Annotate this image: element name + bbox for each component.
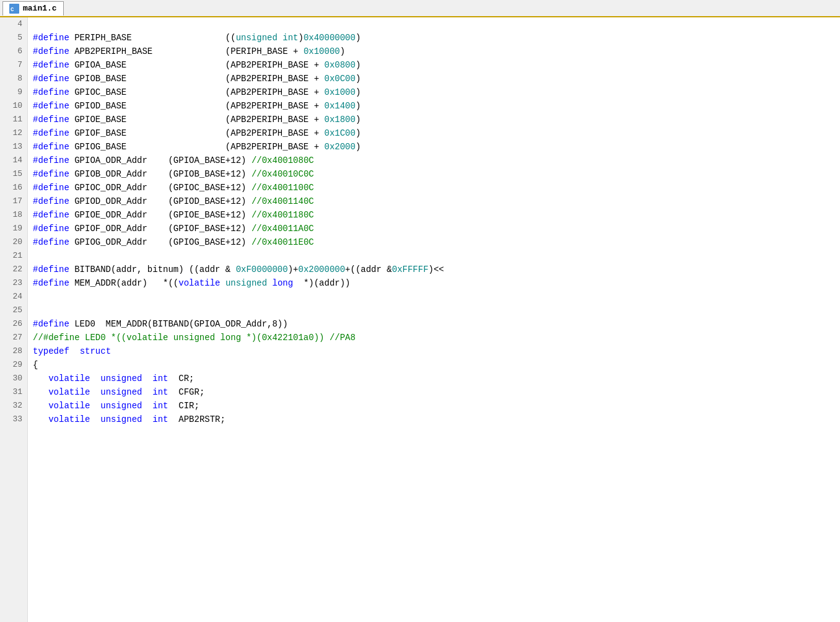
code-line: #define LED0 MEM_ADDR(BITBAND(GPIOA_ODR_… <box>33 317 835 331</box>
code-line: volatile unsigned int CIR; <box>33 399 835 413</box>
line-number: 5 <box>5 31 22 45</box>
line-number: 33 <box>5 413 22 426</box>
line-number: 19 <box>5 222 22 235</box>
code-line: #define GPIOB_BASE (APB2PERIPH_BASE + 0x… <box>33 72 835 85</box>
code-line: //#define LED0 *((volatile unsigned long… <box>33 331 835 344</box>
code-line: { <box>33 358 835 372</box>
line-number: 4 <box>5 17 22 31</box>
line-number: 30 <box>5 372 22 385</box>
line-number: 13 <box>5 140 22 154</box>
title-bar: C main1.c <box>0 0 840 17</box>
code-line: #define GPIOF_ODR_Addr (GPIOF_BASE+12) /… <box>33 222 835 235</box>
line-number: 9 <box>5 85 22 99</box>
code-line <box>33 304 835 317</box>
code-line: #define GPIOA_ODR_Addr (GPIOA_BASE+12) /… <box>33 154 835 167</box>
line-number: 28 <box>5 344 22 358</box>
code-line: #define PERIPH_BASE ((unsigned int)0x400… <box>33 31 835 45</box>
code-area[interactable]: #define PERIPH_BASE ((unsigned int)0x400… <box>28 17 840 622</box>
line-number: 16 <box>5 181 22 195</box>
code-line <box>33 249 835 263</box>
code-line: volatile unsigned int CFGR; <box>33 385 835 399</box>
code-container: 4567891011121314151617181920212223242526… <box>0 17 840 622</box>
code-line: #define GPIOC_ODR_Addr (GPIOC_BASE+12) /… <box>33 181 835 195</box>
code-line: #define GPIOG_BASE (APB2PERIPH_BASE + 0x… <box>33 140 835 154</box>
line-number: 21 <box>5 249 22 263</box>
line-number: 23 <box>5 276 22 290</box>
line-number: 31 <box>5 385 22 399</box>
line-number: 8 <box>5 72 22 85</box>
code-line: #define GPIOB_ODR_Addr (GPIOB_BASE+12) /… <box>33 167 835 181</box>
code-line: #define GPIOA_BASE (APB2PERIPH_BASE + 0x… <box>33 58 835 72</box>
line-number: 20 <box>5 235 22 249</box>
line-number: 17 <box>5 195 22 208</box>
svg-text:C: C <box>11 7 14 13</box>
line-number: 18 <box>5 208 22 222</box>
line-number: 22 <box>5 263 22 276</box>
code-line: #define GPIOC_BASE (APB2PERIPH_BASE + 0x… <box>33 85 835 99</box>
code-line: #define APB2PERIPH_BASE (PERIPH_BASE + 0… <box>33 45 835 58</box>
code-line <box>33 17 835 31</box>
line-number: 11 <box>5 113 22 126</box>
tab-label: main1.c <box>23 4 57 13</box>
code-line: #define BITBAND(addr, bitnum) ((addr & 0… <box>33 263 835 276</box>
line-number: 32 <box>5 399 22 413</box>
line-number: 6 <box>5 45 22 58</box>
code-line: #define GPIOF_BASE (APB2PERIPH_BASE + 0x… <box>33 126 835 140</box>
code-line: volatile unsigned int APB2RSTR; <box>33 413 835 426</box>
code-line: #define GPIOD_BASE (APB2PERIPH_BASE + 0x… <box>33 99 835 113</box>
line-number: 24 <box>5 290 22 304</box>
code-line: #define MEM_ADDR(addr) *((volatile unsig… <box>33 276 835 290</box>
line-number: 14 <box>5 154 22 167</box>
line-number: 7 <box>5 58 22 72</box>
code-line: volatile unsigned int CR; <box>33 372 835 385</box>
line-number: 25 <box>5 304 22 317</box>
line-number: 10 <box>5 99 22 113</box>
line-number: 27 <box>5 331 22 344</box>
code-line: typedef struct <box>33 344 835 358</box>
line-number: 15 <box>5 167 22 181</box>
code-line <box>33 290 835 304</box>
code-line: #define GPIOG_ODR_Addr (GPIOG_BASE+12) /… <box>33 235 835 249</box>
code-line: #define GPIOE_BASE (APB2PERIPH_BASE + 0x… <box>33 113 835 126</box>
line-number: 29 <box>5 358 22 372</box>
file-c-icon: C <box>9 4 19 14</box>
line-numbers: 4567891011121314151617181920212223242526… <box>0 17 28 622</box>
file-tab[interactable]: C main1.c <box>2 1 64 15</box>
line-number: 26 <box>5 317 22 331</box>
code-line: #define GPIOD_ODR_Addr (GPIOD_BASE+12) /… <box>33 195 835 208</box>
line-number: 12 <box>5 126 22 140</box>
code-line: #define GPIOE_ODR_Addr (GPIOE_BASE+12) /… <box>33 208 835 222</box>
